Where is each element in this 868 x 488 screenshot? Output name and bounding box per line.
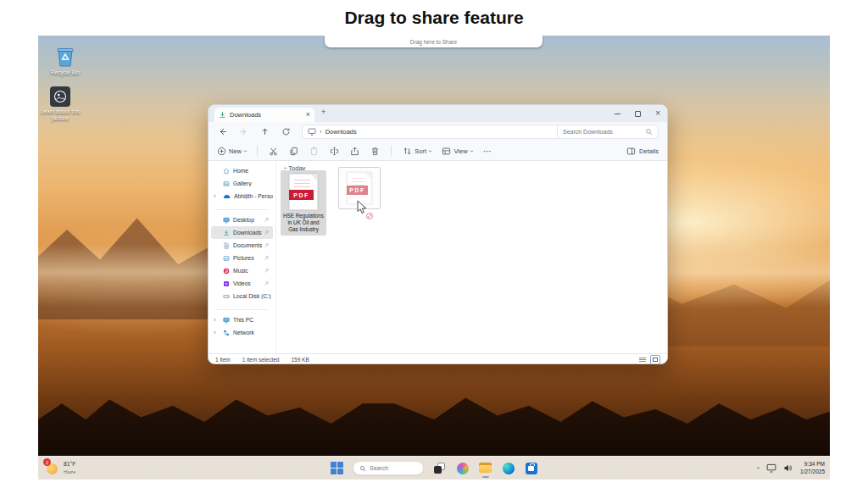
sidebar-item-music[interactable]: Music bbox=[211, 264, 273, 277]
volume-icon[interactable] bbox=[783, 463, 793, 473]
rename-icon bbox=[330, 147, 339, 156]
sidebar-item-home[interactable]: Home bbox=[211, 164, 273, 177]
pdf-file-icon: PDF bbox=[289, 174, 318, 210]
sidebar-item-desktop[interactable]: Desktop bbox=[211, 214, 273, 226]
network-tray-icon[interactable] bbox=[766, 463, 776, 473]
drag-to-share-target[interactable]: Drag here to Share bbox=[325, 36, 542, 47]
sidebar-separator bbox=[215, 202, 269, 210]
clock[interactable]: 9:34 PM 1/27/2025 bbox=[800, 461, 825, 475]
taskbar-search-input[interactable] bbox=[370, 465, 417, 471]
pin-icon bbox=[263, 280, 271, 288]
store-button[interactable] bbox=[524, 461, 538, 475]
cut-icon bbox=[269, 147, 278, 156]
this-pc-icon bbox=[223, 317, 230, 324]
windows-logo-icon bbox=[331, 462, 343, 474]
sidebar-item-documents[interactable]: Documents bbox=[211, 239, 273, 252]
page-fold bbox=[311, 175, 317, 180]
document-icon bbox=[223, 242, 230, 249]
edge-button[interactable] bbox=[501, 461, 515, 475]
paste-button[interactable] bbox=[309, 147, 319, 156]
tab-downloads[interactable]: Downloads × bbox=[214, 108, 314, 122]
details-view-toggle[interactable] bbox=[638, 356, 647, 363]
chevron-down-icon: › bbox=[468, 150, 474, 152]
details-pane-icon bbox=[626, 147, 636, 156]
sidebar-item-gallery[interactable]: Gallery bbox=[211, 177, 273, 190]
sidebar-item-videos[interactable]: Videos bbox=[211, 277, 273, 290]
share-button[interactable] bbox=[350, 147, 359, 156]
pin-icon bbox=[263, 229, 271, 237]
breadcrumb-chevron-icon: › bbox=[320, 128, 322, 136]
tab-close-icon[interactable]: × bbox=[306, 111, 310, 119]
sidebar-item-pictures[interactable]: Pictures bbox=[211, 252, 273, 264]
sort-button[interactable]: Sort › bbox=[403, 147, 431, 156]
view-button-label: View bbox=[453, 147, 467, 155]
task-view-button[interactable] bbox=[432, 461, 447, 475]
expand-chevron-icon[interactable]: › bbox=[214, 330, 215, 336]
copy-button[interactable] bbox=[289, 147, 298, 156]
view-button[interactable]: View › bbox=[442, 147, 471, 156]
sidebar-item-local-disk[interactable]: Local Disk (C:) bbox=[211, 290, 273, 302]
breadcrumb-location: Downloads bbox=[326, 128, 357, 136]
details-button[interactable]: Details bbox=[626, 147, 659, 156]
expand-chevron-icon[interactable]: › bbox=[214, 193, 215, 199]
file-explorer-button[interactable] bbox=[478, 461, 492, 475]
pin-icon bbox=[263, 216, 271, 225]
start-button[interactable] bbox=[330, 461, 344, 475]
minimize-button[interactable] bbox=[615, 114, 620, 114]
clock-date: 1/27/2025 bbox=[800, 469, 825, 474]
paste-icon bbox=[309, 147, 319, 156]
hidden-icons-chevron-icon[interactable]: › bbox=[754, 467, 762, 469]
details-button-label: Details bbox=[639, 147, 659, 155]
sidebar-item-downloads[interactable]: Downloads bbox=[211, 226, 273, 239]
network-icon bbox=[223, 330, 230, 336]
sort-button-label: Sort bbox=[415, 147, 426, 155]
rename-button[interactable] bbox=[330, 147, 339, 156]
desktop-icon-label: Learn about this picture bbox=[38, 108, 82, 122]
explorer-tab-bar: Downloads × + × bbox=[209, 105, 667, 122]
address-bar[interactable]: › Downloads bbox=[302, 125, 561, 139]
forward-button[interactable] bbox=[236, 125, 250, 139]
active-app-indicator bbox=[482, 476, 489, 478]
new-plus-icon bbox=[217, 147, 226, 156]
refresh-button[interactable] bbox=[279, 125, 292, 139]
sidebar-item-onedrive[interactable]: › Abhijith - Perso bbox=[211, 190, 273, 202]
explorer-search[interactable] bbox=[557, 125, 659, 139]
thumbnail-view-toggle[interactable] bbox=[650, 355, 660, 364]
cut-button[interactable] bbox=[269, 147, 278, 156]
toolbar-divider bbox=[257, 146, 258, 157]
weather-widget[interactable]: 2 81°F Haze bbox=[45, 461, 75, 475]
clock-time: 9:34 PM bbox=[804, 461, 825, 467]
pdf-file-icon: PDF bbox=[347, 172, 372, 204]
explorer-status-bar: 1 item 1 item selected 159 KB bbox=[209, 353, 667, 364]
desktop-icon-recycle-bin[interactable]: Recycle Bin bbox=[43, 46, 87, 76]
more-options-button[interactable]: ⋯ bbox=[483, 147, 492, 156]
text-lines bbox=[294, 180, 310, 190]
copy-icon bbox=[289, 147, 298, 156]
learn-picture-icon bbox=[50, 86, 70, 107]
pictures-icon bbox=[223, 255, 230, 262]
collapse-chevron-icon: › bbox=[282, 167, 288, 169]
weather-condition: Haze bbox=[64, 469, 75, 475]
maximize-button[interactable] bbox=[635, 111, 641, 117]
expand-chevron-icon[interactable]: › bbox=[214, 317, 215, 323]
explorer-nav-bar: › Downloads bbox=[209, 122, 667, 141]
sidebar-item-this-pc[interactable]: › This PC bbox=[211, 313, 273, 326]
sidebar-item-network[interactable]: › Network bbox=[211, 326, 273, 339]
copilot-button[interactable] bbox=[455, 461, 470, 475]
toolbar-divider bbox=[391, 146, 392, 157]
this-pc-icon bbox=[308, 128, 316, 136]
back-button[interactable] bbox=[215, 125, 229, 139]
taskbar-search[interactable] bbox=[353, 461, 424, 475]
close-button[interactable]: × bbox=[655, 109, 660, 118]
share-icon bbox=[350, 147, 359, 156]
home-icon bbox=[223, 168, 230, 175]
file-tile-selected[interactable]: PDF HSE Regulations in UK Oil and Gas In… bbox=[281, 170, 326, 236]
onedrive-cloud-icon bbox=[223, 193, 231, 199]
new-tab-button[interactable]: + bbox=[321, 108, 326, 116]
delete-button[interactable] bbox=[370, 147, 380, 156]
drag-status-icon bbox=[366, 213, 373, 219]
desktop-icon-learn-about-picture[interactable]: Learn about this picture bbox=[38, 86, 82, 122]
explorer-search-input[interactable] bbox=[563, 129, 642, 135]
new-button[interactable]: New › bbox=[217, 147, 246, 156]
up-button[interactable] bbox=[258, 125, 271, 139]
